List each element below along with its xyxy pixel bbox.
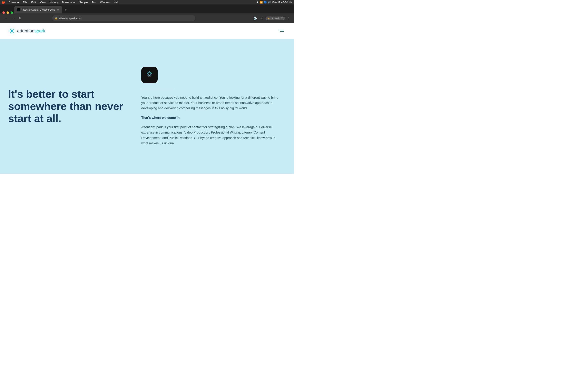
battery-text: 23% — [272, 1, 277, 4]
tab-favicon: as — [17, 8, 20, 11]
menu-history[interactable]: History — [48, 1, 60, 4]
tab-bar: as AttentionSpark | Creative Cont ✕ + — [0, 4, 294, 13]
window-controls — [2, 11, 13, 14]
svg-line-3 — [13, 32, 14, 33]
browser-window: as AttentionSpark | Creative Cont ✕ + ← … — [0, 4, 294, 174]
address-bar-actions: 📡 ☆ 🕵 Incognito (2) ⋮ — [252, 15, 292, 21]
menu-bookmarks[interactable]: Bookmarks — [61, 1, 77, 4]
favicon-text: as — [17, 9, 19, 11]
menu-chrome[interactable]: Chrome — [7, 1, 20, 4]
reload-button[interactable]: ↻ — [17, 15, 23, 21]
url-text: attentionspark.com — [59, 17, 81, 20]
maximize-window-button[interactable] — [11, 11, 13, 14]
menu-bar: 🍎 Chrome File Edit View History Bookmark… — [0, 0, 294, 4]
lock-icon: 🔒 — [55, 17, 58, 20]
hero-tagline: That's where we come in. — [141, 116, 286, 120]
hero-body-paragraph-2: AttentionSpark is your first point of co… — [141, 125, 280, 146]
svg-line-1 — [13, 29, 14, 30]
svg-line-16 — [148, 72, 149, 73]
svg-line-5 — [10, 32, 11, 33]
site-header: attentionspark — [0, 23, 294, 39]
hero-section: It's better to start somewhere than neve… — [0, 39, 294, 174]
menu-tab[interactable]: Tab — [90, 1, 98, 4]
as-logo-mark: as — [141, 67, 158, 83]
close-window-button[interactable] — [2, 11, 5, 14]
bookmark-icon[interactable]: ☆ — [259, 15, 265, 21]
svg-point-8 — [11, 30, 13, 32]
menu-edit[interactable]: Edit — [30, 1, 37, 4]
volume-icon: 🔊 — [268, 1, 271, 4]
active-tab[interactable]: as AttentionSpark | Creative Cont ✕ — [14, 6, 62, 13]
incognito-label: Incognito (2) — [271, 17, 283, 19]
minimize-window-button[interactable] — [7, 11, 9, 14]
menu-window[interactable]: Window — [98, 1, 111, 4]
record-icon: ⏺ — [256, 1, 259, 4]
url-bar[interactable]: 🔒 attentionspark.com — [52, 15, 195, 21]
svg-line-10 — [150, 72, 151, 73]
as-starburst-icon: as — [144, 69, 155, 80]
hero-body-paragraph-1: You are here because you need to build a… — [141, 95, 280, 111]
svg-text:as: as — [148, 74, 151, 77]
forward-button[interactable]: → — [10, 15, 16, 21]
logo-starburst-icon — [8, 27, 16, 35]
apple-menu[interactable]: 🍎 — [2, 1, 5, 4]
divider-line — [141, 89, 174, 89]
menu-view[interactable]: View — [38, 1, 47, 4]
incognito-badge[interactable]: 🕵 Incognito (2) — [266, 17, 285, 20]
new-tab-button[interactable]: + — [63, 7, 69, 13]
tab-title: AttentionSpark | Creative Cont — [22, 8, 55, 11]
hamburger-line-2 — [280, 31, 284, 32]
menu-file[interactable]: File — [21, 1, 29, 4]
hamburger-line-1 — [278, 30, 284, 30]
logo-attention: attention — [17, 28, 34, 33]
logo-container: attentionspark — [8, 27, 45, 35]
hero-headline: It's better to start somewhere than neve… — [8, 88, 125, 125]
hero-right-column: as You are here because you need to buil… — [133, 67, 286, 146]
bluetooth-icon: 🔵 — [264, 1, 267, 4]
hero-left-column: It's better to start somewhere than neve… — [8, 88, 133, 125]
menu-help[interactable]: Help — [112, 1, 121, 4]
status-icons: ⏺ 📶 🔵 🔊 23% Mon 5:52 PM — [256, 1, 292, 4]
wifi-icon: 📶 — [260, 1, 263, 4]
chrome-menu-button[interactable]: ⋮ — [286, 15, 292, 21]
page-content: attentionspark It's better to start some… — [0, 23, 294, 174]
menu-people[interactable]: People — [78, 1, 89, 4]
cast-icon[interactable]: 📡 — [252, 15, 258, 21]
incognito-icon: 🕵 — [267, 17, 270, 20]
tab-close-button[interactable]: ✕ — [56, 8, 60, 11]
clock: Mon 5:52 PM — [278, 1, 292, 4]
logo-text: attentionspark — [17, 28, 45, 34]
hamburger-menu-button[interactable] — [277, 28, 286, 33]
address-bar: ← → ↻ 🔒 attentionspark.com 📡 ☆ 🕵 Incogni… — [0, 13, 294, 23]
svg-line-7 — [10, 29, 11, 30]
logo-spark: spark — [34, 28, 45, 33]
back-button[interactable]: ← — [2, 15, 8, 21]
